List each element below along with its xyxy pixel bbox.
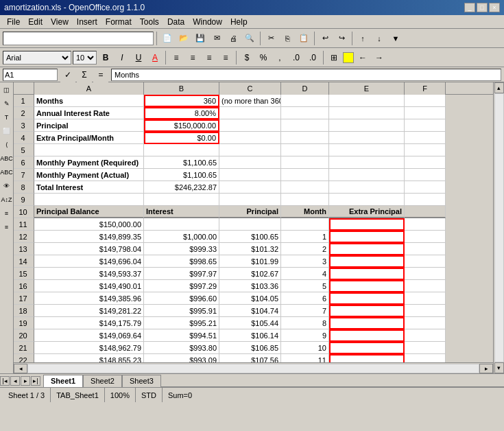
cell-r18-c0[interactable]: $149,281.22 xyxy=(34,305,144,317)
menu-window[interactable]: Window xyxy=(189,16,226,27)
cell-r20-c3[interactable]: 9 xyxy=(281,329,329,342)
cell-r10-c0[interactable]: Principal Balance xyxy=(34,206,144,218)
cell-r10-c4[interactable]: Extra Principal xyxy=(329,206,405,218)
italic-button[interactable]: I xyxy=(115,50,130,65)
left-tool-4[interactable]: ⬜ xyxy=(1,125,13,137)
cell-r1-c0[interactable]: Months xyxy=(34,95,144,107)
left-tool-7[interactable]: ABC xyxy=(1,166,13,178)
cell-r20-c4[interactable] xyxy=(329,329,405,342)
cell-r19-c5[interactable] xyxy=(405,317,446,329)
cell-r20-c2[interactable]: $106.14 xyxy=(219,329,281,342)
cell-r19-c4[interactable] xyxy=(329,317,405,329)
thousands-button[interactable]: , xyxy=(272,50,287,65)
col-header-E[interactable]: E xyxy=(329,82,405,95)
left-tool-2[interactable]: ✎ xyxy=(1,97,13,110)
cell-r21-c3[interactable]: 10 xyxy=(281,342,329,354)
formula-sigma-icon[interactable]: Σ xyxy=(77,67,92,82)
tab-prev-btn[interactable]: ◂ xyxy=(10,376,20,386)
cell-r15-c5[interactable] xyxy=(405,268,446,280)
cell-r17-c5[interactable] xyxy=(405,292,446,305)
bold-button[interactable]: B xyxy=(98,50,113,65)
cell-r7-c0[interactable]: Monthly Payment (Actual) xyxy=(34,169,144,181)
email-button[interactable]: ✉ xyxy=(209,31,224,46)
cell-r21-c4[interactable] xyxy=(329,342,405,354)
cell-r6-c3[interactable] xyxy=(281,156,329,169)
cell-r11-c5[interactable] xyxy=(405,218,446,231)
cell-r5-c0[interactable] xyxy=(34,144,144,156)
cell-r1-c1[interactable]: 360 xyxy=(144,95,219,107)
print-button[interactable]: 🖨 xyxy=(226,31,241,46)
open-button[interactable]: 📂 xyxy=(176,31,191,46)
cell-r18-c5[interactable] xyxy=(405,305,446,317)
cell-r18-c3[interactable]: 7 xyxy=(281,305,329,317)
menu-view[interactable]: View xyxy=(47,16,73,27)
horizontal-scrollbar[interactable]: ◂ ▸ xyxy=(14,362,493,373)
save-button[interactable]: 💾 xyxy=(193,31,208,46)
indent-increase-button[interactable]: → xyxy=(372,50,387,65)
cell-r7-c4[interactable] xyxy=(329,169,405,181)
font-name-select[interactable]: Arial xyxy=(3,51,71,65)
cell-r15-c3[interactable]: 4 xyxy=(281,268,329,280)
maximize-button[interactable]: □ xyxy=(477,3,488,12)
vertical-scrollbar[interactable]: ▴ ▾ xyxy=(493,82,504,373)
cell-r12-c0[interactable]: $149,899.35 xyxy=(34,231,144,243)
col-header-A[interactable]: A xyxy=(34,82,144,95)
cell-r22-c2[interactable]: $107.56 xyxy=(219,354,281,362)
cell-r21-c0[interactable]: $148,962.79 xyxy=(34,342,144,354)
new-button[interactable]: 📄 xyxy=(160,31,175,46)
cell-r15-c2[interactable]: $102.67 xyxy=(219,268,281,280)
cell-r18-c2[interactable]: $104.74 xyxy=(219,305,281,317)
cell-r19-c2[interactable]: $105.44 xyxy=(219,317,281,329)
cell-r13-c0[interactable]: $149,798.04 xyxy=(34,243,144,255)
cell-r4-c4[interactable] xyxy=(329,132,405,144)
menu-help[interactable]: Help xyxy=(226,16,252,27)
col-header-D[interactable]: D xyxy=(281,82,329,95)
cell-r2-c1[interactable]: 8.00% xyxy=(144,107,219,119)
redo-button[interactable]: ↪ xyxy=(334,31,349,46)
cell-r17-c4[interactable] xyxy=(329,292,405,305)
cell-r12-c4[interactable] xyxy=(329,231,405,243)
cell-r20-c5[interactable] xyxy=(405,329,446,342)
undo-button[interactable]: ↩ xyxy=(317,31,333,46)
sheet-tab-2[interactable]: Sheet2 xyxy=(83,375,122,387)
corner-cell[interactable] xyxy=(14,82,34,94)
align-right-button[interactable]: ≡ xyxy=(202,50,217,65)
cell-r9-c3[interactable] xyxy=(281,194,329,206)
align-justify-button[interactable]: ≡ xyxy=(218,50,233,65)
cell-r6-c1[interactable]: $1,100.65 xyxy=(144,156,219,169)
cell-r6-c4[interactable] xyxy=(329,156,405,169)
cell-r16-c3[interactable]: 5 xyxy=(281,280,329,292)
cell-r2-c4[interactable] xyxy=(329,107,405,119)
cell-r22-c3[interactable]: 11 xyxy=(281,354,329,362)
cell-r2-c5[interactable] xyxy=(405,107,446,119)
cell-r2-c2[interactable] xyxy=(219,107,281,119)
cell-r8-c4[interactable] xyxy=(329,181,405,194)
cell-r17-c0[interactable]: $149,385.96 xyxy=(34,292,144,305)
cell-r20-c1[interactable]: $994.51 xyxy=(144,329,219,342)
paste-button[interactable]: 📋 xyxy=(296,31,311,46)
cell-r15-c4[interactable] xyxy=(329,268,405,280)
cell-r10-c2[interactable]: Principal xyxy=(219,206,281,218)
cell-r17-c3[interactable]: 6 xyxy=(281,292,329,305)
cell-r7-c5[interactable] xyxy=(405,169,446,181)
menu-data[interactable]: Data xyxy=(163,16,189,27)
col-header-F[interactable]: F xyxy=(405,82,446,95)
cell-r3-c2[interactable] xyxy=(219,119,281,132)
close-button[interactable]: × xyxy=(489,3,500,12)
cell-r12-c1[interactable]: $1,000.00 xyxy=(144,231,219,243)
cell-r17-c2[interactable]: $104.05 xyxy=(219,292,281,305)
cell-r13-c1[interactable]: $999.33 xyxy=(144,243,219,255)
cell-r10-c5[interactable] xyxy=(405,206,446,218)
cell-r12-c3[interactable]: 1 xyxy=(281,231,329,243)
left-tool-8[interactable]: 👁 xyxy=(1,180,13,192)
cell-r8-c1[interactable]: $246,232.87 xyxy=(144,181,219,194)
cell-r12-c5[interactable] xyxy=(405,231,446,243)
font-size-select[interactable]: 10 xyxy=(73,51,97,65)
cell-r21-c1[interactable]: $993.80 xyxy=(144,342,219,354)
cell-r5-c3[interactable] xyxy=(281,144,329,156)
scroll-up-btn[interactable]: ▴ xyxy=(494,82,504,93)
cell-r1-c5[interactable] xyxy=(405,95,446,107)
menu-edit[interactable]: Edit xyxy=(24,16,47,27)
sheet-tab-1[interactable]: Sheet1 xyxy=(43,375,83,387)
cell-r9-c4[interactable] xyxy=(329,194,405,206)
